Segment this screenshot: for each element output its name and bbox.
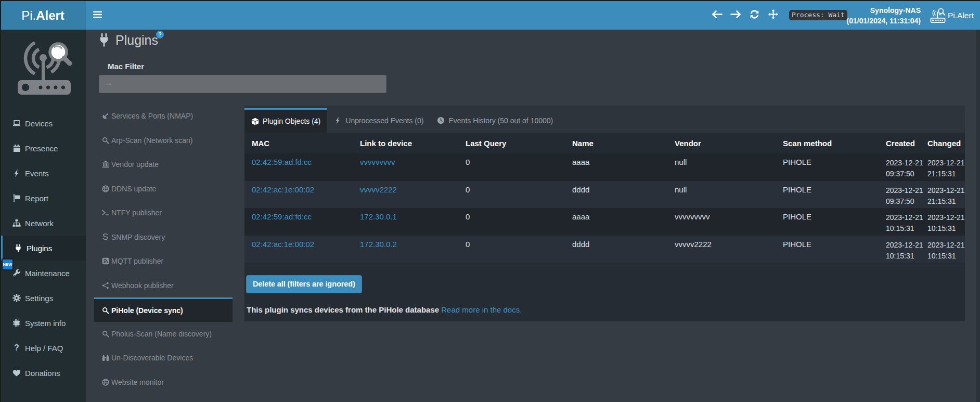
tab-plugin-objects[interactable]: Plugin Objects (4) bbox=[244, 108, 327, 133]
sidebar-item-maintenance[interactable]: NEW Maintenance bbox=[1, 261, 86, 286]
mac-link[interactable]: 02:42:59:ad:fd:cc bbox=[252, 158, 312, 166]
magnifier-icon bbox=[101, 136, 109, 145]
scrollbar-track[interactable] bbox=[976, 30, 980, 402]
host-name: Synology-NAS bbox=[847, 5, 921, 16]
sidebar-item-settings[interactable]: Settings bbox=[1, 286, 86, 310]
cube-icon bbox=[251, 118, 259, 125]
sidebar-item-report[interactable]: Report bbox=[1, 186, 86, 211]
tab-label: Events History (50 out of 10000) bbox=[448, 116, 553, 125]
plugin-nav-item-vendor-update[interactable]: Vendor update bbox=[94, 152, 233, 177]
app-label[interactable]: Pi.Alert bbox=[948, 11, 974, 20]
sidebar-item-system-info[interactable]: System info bbox=[1, 310, 86, 335]
sidebar-menu: Devices Presence Events Report Network P… bbox=[1, 111, 86, 385]
nav-forward-button[interactable] bbox=[726, 1, 745, 30]
sidebar: Devices Presence Events Report Network P… bbox=[0, 30, 86, 402]
plugin-nav-item-webhook-publisher[interactable]: Webhook publisher bbox=[94, 274, 233, 298]
table-header-row: MAC Link to device Last Query Name Vendo… bbox=[244, 133, 965, 153]
cell-changed: 2023-12-2110:15:31 bbox=[920, 208, 965, 236]
device-link[interactable]: 172.30.0.2 bbox=[360, 240, 397, 249]
sidebar-item-presence[interactable]: Presence bbox=[1, 136, 86, 161]
mac-filter-input[interactable]: -- bbox=[99, 75, 386, 93]
refresh-icon bbox=[750, 9, 759, 21]
plugin-nav-label: DDNS update bbox=[111, 185, 156, 193]
note-text: This plugin syncs devices from the PiHol… bbox=[247, 305, 439, 314]
plugin-nav-label: NTFY publisher bbox=[111, 209, 162, 217]
sidebar-item-label: Presence bbox=[25, 144, 58, 153]
content-area: Plugins ? Mac Filter -- Services & Ports… bbox=[86, 30, 980, 402]
cell-vendor: vvvvvvvvv bbox=[667, 208, 776, 236]
cell-changed: 2023-12-2110:15:31 bbox=[920, 236, 965, 263]
plugin-nav-item-undiscoverable[interactable]: Un-Discoverable Devices bbox=[94, 346, 233, 370]
device-link[interactable]: 172.30.0.1 bbox=[360, 212, 397, 221]
col-header-link: Link to device bbox=[353, 133, 458, 153]
plugin-nav-item-pholus-scan[interactable]: Pholus-Scan (Name discovery) bbox=[94, 322, 233, 346]
help-question-badge[interactable]: ? bbox=[156, 31, 164, 38]
plugin-nav-item-ntfy-publisher[interactable]: NTFY publisher bbox=[94, 201, 233, 225]
cell-created: 2023-12-2110:15:31 bbox=[879, 236, 920, 263]
brand-suffix: Alert bbox=[36, 8, 65, 23]
brand-logo[interactable]: Pi.Alert bbox=[0, 1, 86, 30]
plugin-panel: Plugin Objects (4) Unprocessed Events (0… bbox=[244, 106, 965, 321]
sidebar-item-label: Network bbox=[25, 219, 54, 228]
col-header-scan-method: Scan method bbox=[776, 133, 879, 153]
plugin-nav-label: Website monitor bbox=[111, 378, 164, 386]
plugin-nav-label: Webhook publisher bbox=[111, 281, 174, 290]
cell-last-query: 0 bbox=[458, 236, 565, 263]
plugin-nav-item-mqtt-publisher[interactable]: MQTT publisher bbox=[94, 249, 233, 274]
cell-name: dddd bbox=[565, 236, 667, 263]
heart-icon bbox=[12, 369, 21, 378]
plugin-nav-item-services-ports[interactable]: Services & Ports (NMAP) bbox=[94, 104, 233, 128]
docs-link[interactable]: Read more in the docs. bbox=[441, 305, 522, 314]
bolt-icon bbox=[12, 169, 21, 178]
mac-link[interactable]: 02:42:ac:1e:00:02 bbox=[252, 240, 314, 249]
tab-events-history[interactable]: Events History (50 out of 10000) bbox=[430, 108, 560, 133]
nav-refresh-button[interactable] bbox=[745, 1, 764, 30]
plugin-nav-item-arp-scan[interactable]: Arp-Scan (Network scan) bbox=[94, 128, 233, 153]
sidebar-item-events[interactable]: Events bbox=[1, 161, 86, 186]
plugin-nav-item-ddns-update[interactable]: DDNS update bbox=[94, 177, 233, 201]
microchip-icon bbox=[12, 319, 21, 328]
router-logo-icon[interactable] bbox=[930, 8, 947, 23]
sidebar-item-label: Events bbox=[25, 169, 49, 178]
nav-move-button[interactable] bbox=[764, 1, 782, 30]
cell-name: aaaa bbox=[565, 208, 667, 236]
app-window: Pi.Alert Process: Wait bbox=[0, 0, 980, 402]
mac-link[interactable]: 02:42:59:ad:fd:cc bbox=[252, 212, 312, 221]
sidebar-item-devices[interactable]: Devices bbox=[1, 111, 86, 136]
gear-icon bbox=[12, 294, 21, 303]
brand-prefix: Pi. bbox=[21, 8, 36, 23]
plugin-note: This plugin syncs devices from the PiHol… bbox=[247, 305, 965, 314]
process-status-badge: Process: Wait bbox=[789, 10, 847, 20]
sidebar-item-label: Plugins bbox=[27, 244, 52, 253]
tab-label: Plugin Objects (4) bbox=[263, 117, 320, 125]
device-link[interactable]: vvvvv2222 bbox=[360, 185, 397, 194]
device-link[interactable]: vvvvvvvvv bbox=[360, 158, 395, 166]
cell-created: 2023-12-2109:37:50 bbox=[879, 153, 920, 181]
s-letter-icon: S bbox=[101, 233, 109, 241]
plugin-nav-item-website-monitor[interactable]: Website monitor bbox=[94, 370, 233, 395]
plug-icon bbox=[99, 33, 109, 47]
delete-all-button[interactable]: Delete all (filters are ignored) bbox=[246, 275, 362, 293]
cell-name: aaaa bbox=[565, 153, 667, 181]
tab-unprocessed-events[interactable]: Unprocessed Events (0) bbox=[327, 108, 430, 133]
sidebar-item-plugins[interactable]: Plugins bbox=[1, 236, 86, 261]
cell-scan-method: PIHOLE bbox=[776, 236, 879, 263]
nav-back-button[interactable] bbox=[707, 1, 726, 30]
sidebar-item-donations[interactable]: Donations bbox=[1, 360, 86, 385]
plugin-nav-item-pihole[interactable]: PiHole (Device sync) bbox=[94, 297, 233, 322]
cell-created: 2023-12-2110:15:31 bbox=[879, 208, 920, 236]
arrows-move-icon bbox=[768, 9, 778, 21]
cell-last-query: 0 bbox=[458, 181, 565, 209]
rss-square-icon bbox=[101, 257, 109, 265]
cell-link: vvvvv2222 bbox=[353, 181, 458, 209]
table-body: 02:42:59:ad:fd:cc vvvvvvvvv 0 aaaa null … bbox=[244, 153, 965, 263]
sidebar-item-help-faq[interactable]: ? Help / FAQ bbox=[1, 335, 86, 360]
host-time: (01/01/2024, 11:31:04) bbox=[847, 16, 921, 26]
mac-filter-label: Mac Filter bbox=[108, 62, 144, 71]
sidebar-item-network[interactable]: Network bbox=[1, 211, 86, 236]
plugin-nav-item-snmp-discovery[interactable]: S SNMP discovery bbox=[94, 225, 233, 250]
mac-link[interactable]: 02:42:ac:1e:00:02 bbox=[252, 185, 314, 194]
col-header-changed: Changed bbox=[920, 133, 965, 153]
new-badge: NEW bbox=[2, 258, 14, 270]
sidebar-item-label: Donations bbox=[25, 369, 60, 378]
